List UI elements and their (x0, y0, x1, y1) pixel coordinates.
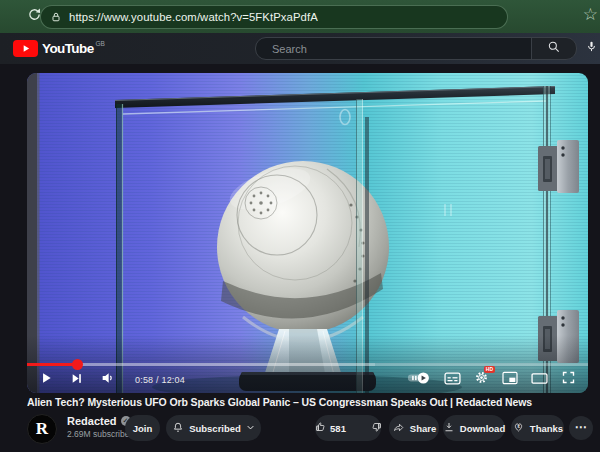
download-label: Download (460, 423, 505, 434)
fullscreen-button[interactable] (561, 370, 576, 389)
subtitles-icon (444, 371, 461, 389)
share-label: Share (410, 423, 436, 434)
next-button[interactable] (70, 371, 83, 389)
miniplayer-button[interactable] (502, 371, 518, 389)
autoplay-icon (407, 371, 431, 389)
subtitles-button[interactable] (444, 371, 461, 389)
voice-search-button[interactable] (583, 40, 599, 57)
bell-icon (172, 421, 184, 436)
thumbs-up-icon (314, 421, 326, 435)
settings-button[interactable]: HD (474, 370, 489, 389)
share-icon (392, 421, 405, 435)
chevron-down-icon (246, 423, 255, 434)
dislike-button[interactable] (364, 415, 392, 441)
case-hinge-top (538, 140, 579, 193)
youtube-masthead: YouTube GB (0, 33, 600, 64)
play-button[interactable] (39, 371, 53, 389)
volume-button[interactable] (100, 370, 116, 390)
search-input[interactable] (256, 38, 531, 59)
thanks-heart-icon: $ (512, 421, 525, 435)
thumbs-down-icon (371, 421, 383, 435)
video-meta-row: R Redacted ✓ 2.69M subscribers Join Subs… (27, 412, 588, 446)
download-button[interactable]: Download (443, 415, 505, 441)
video-title: Alien Tech? Mysterious UFO Orb Sparks Gl… (27, 396, 592, 408)
time-display: 0:58 / 12:04 (135, 375, 185, 385)
youtube-region-label: GB (96, 40, 105, 48)
browser-toolbar: https://www.youtube.com/watch?v=5FKtPxaP… (0, 0, 600, 33)
autoplay-toggle[interactable] (407, 371, 431, 389)
more-actions-button[interactable]: ⋯ (569, 416, 593, 440)
volume-icon (100, 370, 116, 390)
video-player[interactable]: 0:58 / 12:04 HD (27, 73, 588, 393)
svg-text:$: $ (517, 424, 520, 429)
youtube-logo[interactable]: YouTube GB (13, 40, 105, 57)
next-icon (70, 371, 83, 389)
play-icon (39, 371, 53, 389)
youtube-logo-text: YouTube (42, 40, 94, 57)
like-count: 581 (330, 423, 346, 434)
settings-hd-badge: HD (484, 366, 495, 373)
bookmark-star-icon[interactable]: ☆ (583, 5, 598, 25)
miniplayer-icon (502, 371, 518, 389)
browser-window: https://www.youtube.com/watch?v=5FKtPxaP… (0, 0, 600, 452)
join-button[interactable]: Join (125, 415, 160, 441)
thanks-button[interactable]: $ Thanks (511, 415, 564, 441)
subscribed-label: Subscribed (189, 423, 241, 434)
url-text: https://www.youtube.com/watch?v=5FKtPxaP… (69, 11, 318, 23)
channel-avatar[interactable]: R (27, 414, 57, 444)
youtube-play-icon (13, 40, 38, 57)
theater-mode-button[interactable] (531, 371, 548, 389)
channel-name: Redacted (67, 415, 117, 427)
share-button[interactable]: Share (389, 415, 439, 441)
fullscreen-icon (561, 370, 576, 389)
mic-icon (585, 39, 598, 58)
thanks-label: Thanks (530, 423, 563, 434)
like-button[interactable]: 581 (304, 415, 354, 441)
search-icon (547, 40, 561, 58)
like-dislike-group: 581 (315, 415, 381, 441)
search-bar (255, 37, 577, 60)
theater-mode-icon (531, 371, 548, 389)
search-button[interactable] (531, 38, 576, 59)
more-icon: ⋯ (575, 420, 588, 434)
download-icon (443, 421, 455, 435)
lock-icon (50, 11, 62, 23)
address-bar[interactable]: https://www.youtube.com/watch?v=5FKtPxaP… (40, 5, 508, 29)
player-controls: 0:58 / 12:04 HD (27, 366, 588, 393)
join-label: Join (133, 423, 153, 434)
subscribed-button[interactable]: Subscribed (166, 415, 261, 441)
